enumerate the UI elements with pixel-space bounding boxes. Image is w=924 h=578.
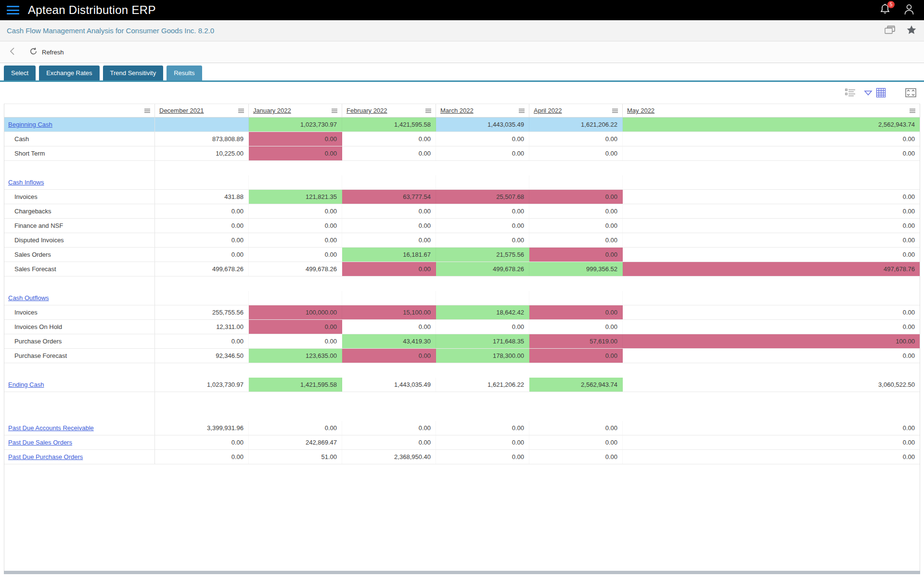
- tab-exchange-rates[interactable]: Exchange Rates: [39, 66, 99, 80]
- table-row: Purchase Orders0.000.0043,419.30171,648.…: [4, 334, 920, 349]
- column-header-label[interactable]: May 2022: [627, 107, 654, 114]
- column-menu-icon[interactable]: [425, 108, 431, 114]
- cell: 1,023,730.97: [155, 378, 249, 392]
- column-header-label[interactable]: February 2022: [346, 107, 387, 114]
- tab-select[interactable]: Select: [4, 66, 36, 80]
- cell: 100.00: [623, 334, 920, 348]
- notifications-button[interactable]: 5: [880, 3, 890, 17]
- cell: 0.00: [529, 219, 623, 233]
- table-row: Invoices431.88121,821.3563,777.5425,507.…: [4, 190, 920, 204]
- cell: [155, 291, 249, 305]
- cell: [342, 175, 436, 189]
- cell: 15,100.00: [342, 305, 436, 319]
- cell: 2,562,943.74: [529, 378, 623, 392]
- column-header-label[interactable]: December 2021: [159, 107, 204, 114]
- tab-results[interactable]: Results: [167, 66, 202, 80]
- table-row: [4, 161, 920, 175]
- fullscreen-icon[interactable]: [905, 88, 916, 97]
- cell: 497,678.76: [623, 262, 920, 276]
- row-label[interactable]: Ending Cash: [4, 378, 155, 392]
- notification-badge: 5: [887, 1, 895, 8]
- row-label: Cash: [4, 132, 155, 146]
- chevron-down-icon[interactable]: [863, 90, 873, 96]
- cell: 12,311.00: [155, 320, 249, 334]
- hamburger-menu-icon[interactable]: [7, 6, 19, 14]
- tab-trend-sensitivity[interactable]: Trend Sensitivity: [103, 66, 164, 80]
- cell: 0.00: [249, 219, 342, 233]
- column-menu-icon[interactable]: [612, 108, 618, 114]
- cell: 0.00: [623, 132, 920, 146]
- refresh-button[interactable]: Refresh: [29, 47, 64, 57]
- horizontal-scrollbar[interactable]: [4, 571, 920, 574]
- cell: 57,619.00: [529, 334, 623, 348]
- cell: 0.00: [529, 248, 623, 262]
- table-row: Past Due Sales Orders0.00242,869.470.000…: [4, 435, 920, 450]
- row-label: Invoices On Hold: [4, 320, 155, 334]
- cell: 255,755.56: [155, 305, 249, 319]
- table-row: Purchase Forecast92,346.50123,635.000.00…: [4, 349, 920, 363]
- row-filler: [155, 276, 920, 291]
- row-grouping-icon[interactable]: [845, 89, 856, 97]
- row-label: [4, 161, 155, 175]
- cell: 0.00: [342, 262, 436, 276]
- cell: 0.00: [436, 132, 529, 146]
- cell: 0.00: [436, 204, 529, 218]
- table-row: Invoices On Hold12,311.000.000.000.000.0…: [4, 320, 920, 334]
- cell: [623, 175, 920, 189]
- table-row: Disputed Invoices0.000.000.000.000.000.0…: [4, 233, 920, 248]
- page-title: Cash Flow Management Analysis for Consum…: [7, 26, 214, 35]
- cell: 0.00: [249, 320, 342, 334]
- column-menu-icon[interactable]: [238, 108, 244, 114]
- cell: 873,808.89: [155, 132, 249, 146]
- row-filler: [155, 161, 920, 175]
- column-menu-icon[interactable]: [144, 108, 150, 114]
- windows-icon[interactable]: [885, 26, 895, 36]
- row-label[interactable]: Past Due Accounts Receivable: [4, 421, 155, 435]
- cell: 0.00: [623, 320, 920, 334]
- cell: 0.00: [342, 421, 436, 435]
- top-app-bar: Aptean Distribution ERP 5: [0, 0, 924, 20]
- row-label[interactable]: Past Due Purchase Orders: [4, 450, 155, 464]
- action-toolbar: Refresh: [0, 41, 924, 63]
- table-row: Sales Forecast499,678.26499,678.260.0049…: [4, 262, 920, 276]
- column-header-label[interactable]: January 2022: [253, 107, 291, 114]
- cell: 431.88: [155, 190, 249, 204]
- cell: 0.00: [155, 435, 249, 449]
- row-label[interactable]: Cash Inflows: [4, 175, 155, 189]
- column-header-label[interactable]: April 2022: [534, 107, 562, 114]
- column-header: February 2022: [342, 104, 436, 117]
- cell: 1,421,595.58: [249, 378, 342, 392]
- cell: 18,642.42: [436, 305, 529, 319]
- cell: [155, 118, 249, 131]
- table-body: Beginning Cash1,023,730.971,421,595.581,…: [4, 118, 920, 464]
- cell: 0.00: [436, 450, 529, 464]
- column-header-rows: [4, 104, 155, 117]
- cell: 0.00: [529, 349, 623, 363]
- cell: 0.00: [529, 190, 623, 204]
- cell: 999,356.52: [529, 262, 623, 276]
- cell: 0.00: [155, 450, 249, 464]
- cell: [249, 175, 342, 189]
- column-menu-icon[interactable]: [519, 108, 525, 114]
- cell: 0.00: [155, 334, 249, 348]
- column-menu-icon[interactable]: [910, 108, 915, 114]
- row-label[interactable]: Cash Outflows: [4, 291, 155, 305]
- user-profile-button[interactable]: [904, 3, 914, 17]
- cell: 1,621,206.22: [529, 118, 623, 131]
- cell: [623, 291, 920, 305]
- favorite-star-icon[interactable]: [907, 25, 916, 37]
- cell: 0.00: [249, 248, 342, 262]
- row-label[interactable]: Past Due Sales Orders: [4, 435, 155, 449]
- cell: [342, 291, 436, 305]
- table-row: Short Term10,225.000.000.000.000.000.00: [4, 146, 920, 161]
- row-label: Disputed Invoices: [4, 233, 155, 247]
- cell: 0.00: [623, 450, 920, 464]
- row-label[interactable]: Beginning Cash: [4, 118, 155, 131]
- back-button[interactable]: [10, 47, 15, 57]
- column-menu-icon[interactable]: [332, 108, 337, 114]
- row-label: Purchase Orders: [4, 334, 155, 348]
- row-filler: [155, 407, 920, 421]
- grid-view-icon[interactable]: [876, 88, 886, 98]
- column-header-label[interactable]: March 2022: [440, 107, 474, 114]
- cell: 0.00: [342, 132, 436, 146]
